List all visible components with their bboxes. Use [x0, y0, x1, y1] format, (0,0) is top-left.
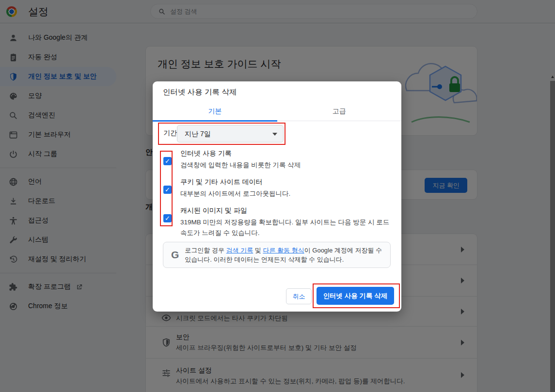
time-range-select[interactable]: 지난 7일 [177, 125, 284, 142]
cancel-button[interactable]: 취소 [286, 288, 312, 304]
checkbox-browsing-history[interactable]: ✓ [163, 157, 172, 165]
time-range-value: 지난 7일 [185, 125, 211, 142]
other-activity-link[interactable]: 다른 활동 형식 [263, 247, 304, 254]
checkbox-description: 대부분의 사이트에서 로그아웃됩니다. [180, 188, 397, 199]
checkbox-title: 캐시된 이미지 및 파일 [180, 206, 247, 215]
search-history-link[interactable]: 검색 기록 [226, 247, 254, 254]
checkbox-title: 쿠키 및 기타 사이트 데이터 [180, 178, 263, 187]
time-range-label: 기간 [163, 129, 177, 138]
google-account-note: G 로그인할 경우 검색 기록 및 다른 활동 형식이 Google 계정에 저… [163, 242, 391, 268]
chrome-settings-page: 설정 설정 검색 나와 Google의 관계 자동 완성 개인 정보 보호 및 … [0, 0, 555, 392]
tab-basic[interactable]: 기본 [153, 102, 277, 121]
tab-advanced[interactable]: 고급 [277, 102, 402, 121]
checkbox-cookies[interactable]: ✓ [163, 186, 172, 194]
dialog-title: 인터넷 사용 기록 삭제 [163, 87, 237, 97]
active-tab-underline [153, 120, 277, 122]
checkbox-cached-images[interactable]: ✓ [163, 214, 172, 222]
checkbox-title: 인터넷 사용 기록 [180, 149, 232, 158]
tab-label: 고급 [333, 107, 346, 115]
google-g-icon: G [171, 249, 179, 261]
note-segment: 로그인할 경우 [185, 247, 226, 254]
note-text: 로그인할 경우 검색 기록 및 다른 활동 형식이 Google 계정에 저장될… [185, 246, 384, 264]
dialog-tabs: 기본 고급 [153, 102, 401, 121]
tab-label: 기본 [208, 107, 222, 115]
delete-button[interactable]: 인터넷 사용 기록 삭제 [317, 287, 394, 305]
clear-browsing-data-dialog: 인터넷 사용 기록 삭제 기본 고급 기간 지난 7일 ✓ 인터넷 사용 기록 … [153, 81, 401, 312]
note-segment: 및 [253, 247, 263, 254]
chevron-down-icon [272, 133, 277, 136]
checkbox-description: 검색창에 입력한 내용을 비롯한 기록 삭제 [180, 160, 397, 171]
checkbox-description: 319MB 미만의 저장용량을 확보합니다. 일부 사이트는 다음 방문 시 로… [180, 217, 397, 238]
